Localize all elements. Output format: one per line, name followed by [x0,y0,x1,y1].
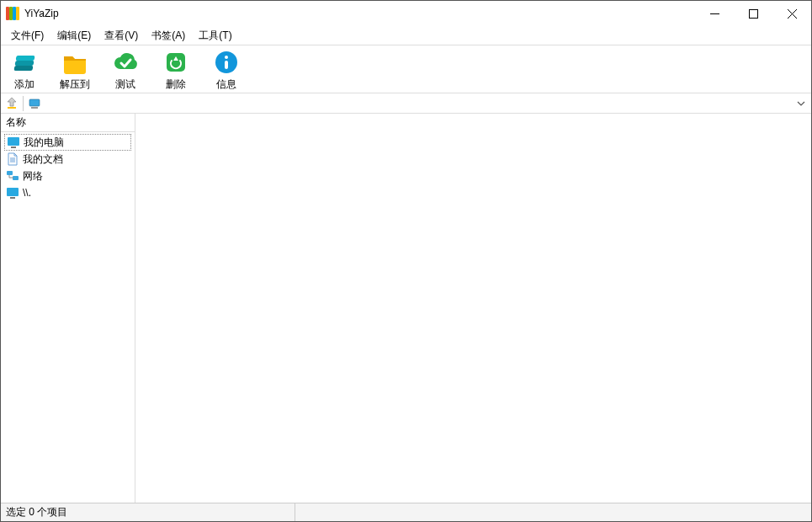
svg-rect-11 [8,107,16,109]
up-icon[interactable] [4,96,19,111]
info-label: 信息 [216,77,236,92]
cloud-check-icon [112,49,139,76]
toolbar: 添加 解压到 测试 删除 信息 [1,45,811,93]
list-item[interactable]: \\. [4,184,131,201]
list-item-label: 网络 [23,169,43,184]
svg-point-9 [225,56,228,59]
network-icon [6,169,19,183]
menu-edit[interactable]: 编辑(E) [50,27,98,45]
extract-button[interactable]: 解压到 [56,49,93,92]
svg-rect-15 [11,146,16,148]
folder-icon [61,49,88,76]
window-title: YiYaZip [24,8,59,19]
delete-label: 删除 [166,77,186,92]
svg-rect-21 [7,188,19,196]
svg-rect-4 [16,56,35,61]
addr-separator [23,96,24,111]
addressbar [1,93,811,114]
status-empty [295,503,811,521]
computer-icon [27,96,42,111]
list-item[interactable]: 网络 [4,168,131,184]
add-label: 添加 [14,77,34,92]
menu-view[interactable]: 查看(V) [98,27,145,45]
menubar: 文件(F) 编辑(E) 查看(V) 书签(A) 工具(T) [1,26,811,45]
svg-rect-5 [14,61,34,66]
address-input[interactable] [45,95,791,112]
svg-rect-13 [31,107,38,109]
window-controls [695,1,811,26]
column-header-name[interactable]: 名称 [1,114,135,132]
svg-rect-6 [13,66,33,71]
chevron-down-icon [797,99,805,108]
svg-rect-14 [8,137,19,146]
monitor-icon [7,136,20,149]
detail-pane [135,114,811,503]
menu-file[interactable]: 文件(F) [4,27,50,45]
svg-rect-22 [10,197,15,199]
menu-tools[interactable]: 工具(T) [192,27,238,45]
address-dropdown[interactable] [794,99,808,108]
svg-rect-19 [7,171,13,175]
recycle-icon [162,49,189,76]
extract-label: 解压到 [60,77,90,92]
svg-rect-12 [29,99,40,106]
content-area: 名称 我的电脑 我的文档 网络 [1,114,811,503]
app-icon [6,7,19,20]
list-item[interactable]: 我的文档 [4,151,131,168]
delete-button[interactable]: 删除 [157,49,194,92]
menu-bookmark[interactable]: 书签(A) [145,27,192,45]
status-selected: 选定 0 个项目 [1,503,295,521]
test-button[interactable]: 测试 [107,49,144,92]
books-icon [11,49,38,76]
svg-rect-1 [749,9,757,18]
info-icon [213,49,240,76]
statusbar: 选定 0 个项目 [1,503,811,521]
document-icon [6,152,19,166]
list-body: 我的电脑 我的文档 网络 \\. [1,132,135,503]
list-item-label: 我的文档 [23,152,63,167]
svg-rect-20 [13,176,19,180]
titlebar: YiYaZip [1,1,811,26]
minimize-icon [710,9,719,19]
minimize-button[interactable] [695,1,734,26]
screen-icon [6,186,19,200]
maximize-button[interactable] [734,1,772,26]
list-item[interactable]: 我的电脑 [4,134,131,151]
test-label: 测试 [115,77,135,92]
file-list-pane: 名称 我的电脑 我的文档 网络 [1,114,135,503]
list-item-label: \\. [23,187,31,199]
info-button[interactable]: 信息 [208,49,245,92]
maximize-icon [749,9,758,19]
svg-rect-10 [225,61,228,69]
list-item-label: 我的电脑 [24,136,64,150]
close-icon [788,9,797,19]
add-button[interactable]: 添加 [6,49,43,92]
close-button[interactable] [772,1,811,26]
